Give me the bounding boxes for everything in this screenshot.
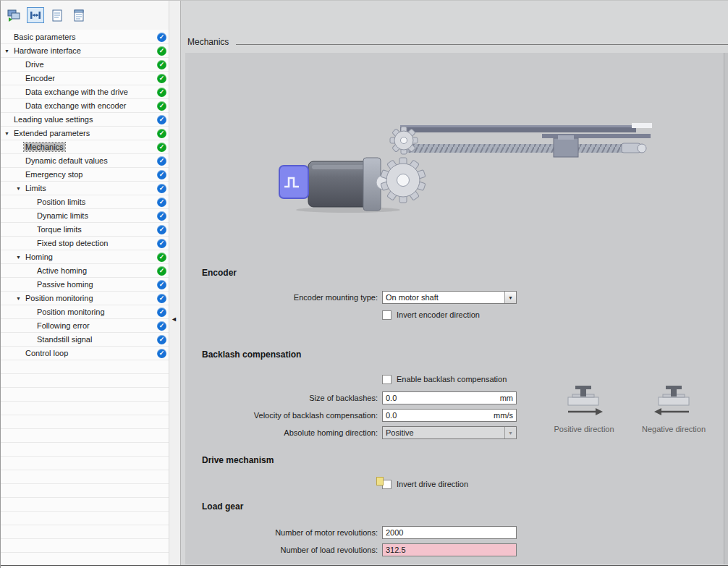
sidebar-item-data-exchange-with-the-drive[interactable]: Data exchange with the drive✓ [1,85,169,99]
sidebar-item-label: Hardware interface [12,46,82,55]
load-gear-illustration [381,158,426,203]
sidebar-item-label: Torque limits [35,225,83,234]
sidebar-item-following-error[interactable]: Following error✓ [1,319,169,333]
expand-caret-icon[interactable]: ▼ [4,45,9,58]
sidebar-item-limits[interactable]: ▼Limits✓ [1,182,169,195]
status-ok-blue-icon: ✓ [157,294,166,303]
homing-direction-select[interactable]: Positive ▼ [382,426,517,439]
motor-revolutions-value: 2000 [383,528,516,537]
sidebar-item-label: Dynamic default values [24,156,109,165]
load-revolutions-input[interactable]: 312.5 [382,543,517,556]
backlash-velocity-label: Velocity of backlash compensation: [185,411,378,420]
load-gear-section-header: Load gear [202,501,243,512]
vertical-scrollbar[interactable] [724,53,728,564]
invert-drive-direction-label: Invert drive direction [397,480,468,488]
chevron-down-icon[interactable]: ▼ [504,427,516,438]
enable-backlash-checkbox[interactable] [382,375,391,384]
status-ok-blue-icon: ✓ [157,33,166,42]
sidebar-item-extended-parameters[interactable]: ▼Extended parameters✓ [1,127,169,140]
sidebar-item-passive-homing[interactable]: Passive homing✓ [1,278,169,292]
chevron-down-icon[interactable]: ▼ [504,292,516,303]
page-header: Mechanics [187,34,728,47]
sidebar-item-label: Limits [24,184,48,192]
diagnostics-button[interactable] [5,7,22,23]
sidebar-item-position-monitoring[interactable]: Position monitoring✓ [1,305,169,319]
homing-direction-row: Absolute homing direction: Positive ▼ [185,426,533,439]
enable-backlash-label: Enable backlash compensation [397,375,507,383]
document-button[interactable] [48,7,66,23]
window-bottom-edge [1,565,728,568]
sidebar-item-homing[interactable]: ▼Homing✓ [1,250,169,264]
status-ok-blue-icon: ✓ [157,280,166,289]
encoder-section-header: Encoder [202,267,237,279]
status-ok-green-icon: ✓ [157,88,166,97]
sidebar-item-mechanics[interactable]: Mechanics✓ [1,140,169,154]
sidebar-item-label: Extended parameters [12,129,91,137]
status-ok-blue-icon: ✓ [157,170,166,179]
sidebar-item-label: Basic parameters [12,33,77,41]
sidebar-item-standstill-signal[interactable]: Standstill signal✓ [1,333,169,347]
collapse-panel-icon[interactable]: ◄ [170,312,178,326]
sidebar-item-control-loop[interactable]: Control loop✓ [1,347,169,360]
sidebar-item-dynamic-limits[interactable]: Dynamic limits✓ [1,209,169,223]
sidebar-item-drive[interactable]: Drive✓ [1,58,169,72]
backlash-velocity-input[interactable]: 0.0 mm/s [382,409,517,422]
sidebar-item-emergency-stop[interactable]: Emergency stop✓ [1,168,169,182]
sidebar-item-label: Data exchange with the drive [24,88,130,96]
load-revolutions-value: 312.5 [383,546,516,554]
invert-encoder-direction-checkbox[interactable] [382,310,391,320]
status-ok-green-icon: ✓ [157,74,166,83]
sidebar-item-label: Drive [24,60,46,69]
sidebar-item-label: Standstill signal [35,335,93,344]
status-ok-blue-icon: ✓ [157,115,166,124]
expand-caret-icon[interactable]: ▼ [16,251,21,264]
sidebar-item-encoder[interactable]: Encoder✓ [1,72,169,85]
expand-caret-icon[interactable]: ▼ [4,127,9,140]
drive-mechanism-section-header: Drive mechanism [202,454,274,466]
status-ok-blue-icon: ✓ [157,239,166,248]
sidebar-item-label: Control loop [24,349,69,357]
sidebar-item-leading-value-settings[interactable]: Leading value settings✓ [1,113,169,127]
axis-mechanics-illustration [276,116,656,214]
sidebar-item-label: Emergency stop [24,170,84,179]
motor-revolutions-input[interactable]: 2000 [382,526,517,539]
encoder-mounting-row: Encoder mounting type: On motor shaft ▼ [185,291,533,304]
status-ok-blue-icon: ✓ [157,308,166,317]
status-ok-blue-icon: ✓ [157,321,166,331]
status-ok-green-icon: ✓ [157,143,166,152]
sidebar-item-torque-limits[interactable]: Torque limits✓ [1,223,169,237]
sidebar-item-position-monitoring[interactable]: ▼Position monitoring✓ [1,292,169,305]
expand-caret-icon[interactable]: ▼ [16,182,21,195]
page-title: Mechanics [187,37,229,47]
sidebar-item-active-homing[interactable]: Active homing✓ [1,264,169,278]
homing-direction-value: Positive [383,428,504,437]
pinion-gear-illustration [390,127,418,154]
encoder-mounting-select[interactable]: On motor shaft ▼ [382,291,517,304]
sidebar-item-label: Data exchange with encoder [24,101,127,110]
sidebar-item-basic-parameters[interactable]: Basic parameters✓ [1,30,169,44]
sidebar-item-label: Mechanics [24,143,65,151]
invert-drive-direction-row: Invert drive direction [382,478,468,490]
navigation-panel: Basic parameters✓▼Hardware interface✓Dri… [1,1,169,568]
sidebar-item-position-limits[interactable]: Position limits✓ [1,195,169,209]
document-list-button[interactable] [70,7,88,23]
invert-encoder-direction-row: Invert encoder direction [382,309,480,321]
sidebar-item-label: Homing [24,253,54,261]
status-ok-green-icon: ✓ [157,46,166,56]
sidebar-item-hardware-interface[interactable]: ▼Hardware interface✓ [1,44,169,58]
expand-caret-icon[interactable]: ▼ [16,292,21,305]
backlash-velocity-unit: mm/s [491,411,516,420]
status-ok-green-icon: ✓ [157,60,166,69]
positive-direction-icon [558,381,609,417]
panel-splitter[interactable]: ◄ [169,1,181,568]
title-rule [236,44,728,45]
sidebar-item-fixed-stop-detection[interactable]: Fixed stop detection✓ [1,237,169,250]
sidebar-item-data-exchange-with-encoder[interactable]: Data exchange with encoder✓ [1,99,169,113]
invert-encoder-direction-label: Invert encoder direction [397,310,480,319]
fit-to-width-button[interactable] [27,7,44,23]
backlash-size-value: 0.0 [383,394,497,402]
main-area: Mechanics [182,1,728,568]
navigation-toolbar [1,1,169,30]
backlash-size-input[interactable]: 0.0 mm [382,391,517,404]
sidebar-item-dynamic-default-values[interactable]: Dynamic default values✓ [1,154,169,168]
